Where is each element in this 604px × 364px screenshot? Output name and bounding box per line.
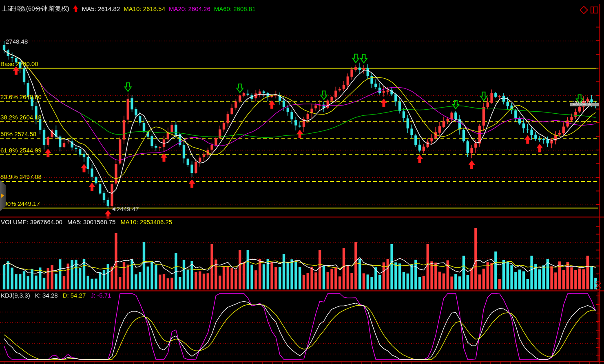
expand-arrow-icon — [1, 193, 4, 198]
volume-ma5: MA5: 3001568.75 — [67, 218, 115, 225]
fib-label-236: 23.6% 2640.80 — [0, 93, 42, 100]
symbol-title: 上证指数(60分钟.前复权) — [2, 5, 69, 13]
fib-label-100: 100% 2449.17 — [0, 200, 40, 207]
ma10-value: MA10: 2618.54 — [124, 5, 165, 12]
chart-header: 上证指数(60分钟.前复权) MA5: 2614.82 MA10: 2618.5… — [2, 4, 256, 13]
kdj-j: J: -5.71 — [91, 292, 111, 299]
low-price-label: 2449.47 — [112, 205, 139, 212]
kdj-k: K: 34.28 — [35, 292, 58, 299]
fib-label-809: 80.9% 2497.08 — [0, 173, 42, 180]
x-marker-icon[interactable] — [595, 282, 602, 289]
fib-label-50: 50% 2574.58 — [0, 130, 36, 137]
ma20-value: MA20: 2604.26 — [169, 5, 210, 12]
trend-up-arrow-icon — [73, 5, 78, 12]
kdj-pane-header: KDJ(9,3,3) K: 34.28 D: 54.27 J: -5.71 — [1, 292, 111, 299]
volume-ma10: MA10: 2953406.25 — [120, 218, 172, 225]
ma60-value: MA60: 2608.81 — [214, 5, 256, 12]
ma5-value: MA5: 2614.82 — [82, 5, 120, 12]
volume-value: VOLUME: 3967664.00 — [1, 218, 62, 225]
low-pointer-icon — [112, 207, 115, 211]
fib-label-618: 61.8% 2544.99 — [0, 147, 42, 154]
high-price-label: 2748.48 — [6, 38, 28, 45]
kdj-name: KDJ(9,3,3) — [1, 292, 30, 299]
last-price-label: 2632.1 — [573, 99, 591, 106]
fib-label-base: Base 2700.00 — [0, 60, 38, 67]
trading-app-window: 上证指数(60分钟.前复权) MA5: 2614.82 MA10: 2618.5… — [0, 0, 604, 364]
kdj-d: D: 54.27 — [63, 292, 86, 299]
sidebar-expand-tab[interactable] — [0, 180, 6, 211]
volume-pane-header: VOLUME: 3967664.00 MA5: 3001568.75 MA10:… — [1, 218, 172, 225]
chart-canvas[interactable] — [0, 0, 604, 364]
fib-label-382: 38.2% 2604.18 — [0, 114, 42, 121]
split-window-icon[interactable] — [591, 7, 598, 13]
